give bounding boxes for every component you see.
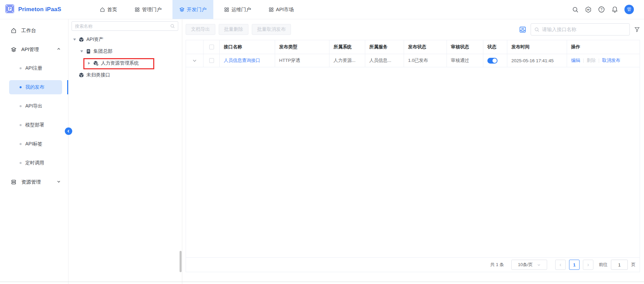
sidebar-item-my-publish[interactable]: 我的发布	[0, 78, 68, 97]
column-header-status: 状态	[483, 40, 507, 54]
cell-publish-type: HTTP穿透	[275, 54, 329, 67]
tree-node-hr-system[interactable]: 人力资源管理系统	[69, 57, 182, 69]
help-icon[interactable]: ?	[598, 6, 605, 13]
nav-item-dev-portal[interactable]: 开发门户	[172, 0, 213, 19]
sidebar-item-api-register[interactable]: API注册	[0, 59, 68, 78]
tree-search-box	[72, 21, 178, 31]
expand-chevron-down-icon[interactable]	[192, 58, 197, 63]
ai-assistant-icon[interactable]: AI	[585, 6, 592, 13]
action-separator	[599, 58, 599, 63]
api-asset-tree-panel: API资产 集团总部 人力资源管理系统 未归类接口	[69, 19, 182, 284]
cell-publish-time: 2025-05-16 17:41:45	[507, 54, 567, 67]
caret-down-icon[interactable]	[80, 50, 83, 52]
window-bottom-divider	[0, 282, 644, 282]
sidebar-item-resource-management[interactable]: 资源管理	[0, 172, 68, 191]
row-checkbox[interactable]	[209, 58, 214, 63]
tree-search-input[interactable]	[75, 24, 170, 29]
sidebar-item-model-deploy[interactable]: 模型部署	[0, 116, 68, 135]
cell-system: 人力资源...	[329, 54, 365, 67]
user-avatar[interactable]: 管	[624, 5, 634, 14]
table-row: 人员信息查询接口 HTTP穿透 人力资源... 人员信息... 1.0已发布 审…	[186, 54, 640, 67]
goto-page-input[interactable]	[611, 260, 628, 270]
nav-item-admin-portal[interactable]: 管理门户	[128, 0, 168, 19]
api-layers-icon	[11, 47, 17, 52]
chevron-down-icon	[57, 179, 61, 185]
top-navbar: P Primeton iPaaS 首页 管理门户 开发门户 运维门户 API市场	[0, 0, 644, 19]
bullet-dot-icon	[20, 162, 22, 164]
cell-audit-status: 审核通过	[447, 54, 483, 67]
nav-item-api-market[interactable]: API市场	[262, 0, 300, 19]
bullet-dot-icon	[20, 67, 22, 69]
toolbar: 文档导出 批量删除 批量取消发布	[186, 23, 640, 36]
tree-node-uncategorized[interactable]: 未归类接口	[69, 69, 182, 81]
grid-icon	[135, 7, 140, 12]
interface-name-link[interactable]: 人员信息查询接口	[224, 57, 260, 64]
status-toggle-on[interactable]	[487, 58, 498, 64]
sidebar-item-workbench[interactable]: 工作台	[0, 21, 68, 40]
tree-scrollbar-thumb[interactable]	[180, 251, 182, 272]
brand-name: Primeton iPaaS	[18, 6, 61, 13]
sidebar-item-api-tags[interactable]: API标签	[0, 135, 68, 153]
collapse-left-icon	[67, 129, 70, 133]
svg-text:?: ?	[600, 7, 602, 11]
action-separator	[583, 58, 584, 63]
sidebar-item-api-management[interactable]: API管理	[0, 40, 68, 59]
sidebar-item-api-export[interactable]: API导出	[0, 97, 68, 116]
table-empty-space	[186, 67, 640, 257]
sidebar: 工作台 API管理 API注册 我的发布 API导出 模型部署 API标签 定时…	[0, 19, 69, 284]
column-header-publish-time: 发布时间	[507, 40, 567, 54]
column-header-operations: 操作	[567, 40, 640, 54]
filter-icon[interactable]	[634, 27, 640, 32]
cube-icon	[79, 72, 84, 78]
next-page-button[interactable]: ›	[583, 260, 593, 270]
header-checkbox-cell	[204, 40, 220, 54]
goto-label: 前往	[599, 262, 608, 268]
cell-operations: 编辑 删除 取消发布	[567, 54, 640, 67]
page-size-select[interactable]: 10条/页	[511, 260, 547, 270]
tree-node-group-hq[interactable]: 集团总部	[69, 45, 182, 57]
table-header: 接口名称 发布类型 所属系统 所属服务 发布状态 审核状态 状态 发布时间 操作	[186, 40, 640, 54]
home-icon	[100, 7, 105, 12]
column-header-name: 接口名称	[220, 40, 275, 54]
document-icon	[86, 49, 91, 54]
delete-action-link[interactable]: 删除	[587, 57, 596, 64]
nav-item-home[interactable]: 首页	[93, 0, 124, 19]
header-expand-cell	[186, 40, 204, 54]
chevron-up-icon	[57, 47, 61, 52]
export-icon[interactable]	[519, 26, 526, 33]
brand: P Primeton iPaaS	[0, 4, 61, 15]
search-icon	[170, 24, 175, 28]
bullet-dot-icon	[20, 86, 22, 88]
prev-page-button[interactable]: ‹	[555, 260, 566, 270]
sidebar-collapse-button[interactable]	[65, 127, 72, 135]
unpublish-action-link[interactable]: 取消发布	[602, 57, 620, 64]
batch-delete-button[interactable]: 批量删除	[219, 24, 248, 35]
page-unit-label: 页	[631, 262, 636, 268]
caret-down-icon[interactable]	[73, 39, 76, 41]
tree: API资产 集团总部 人力资源管理系统 未归类接口	[69, 33, 182, 81]
sidebar-item-scheduled-call[interactable]: 定时调用	[0, 153, 68, 172]
doc-export-button[interactable]: 文档导出	[186, 24, 215, 35]
database-icon	[11, 179, 17, 185]
nav-item-ops-portal[interactable]: 运维门户	[217, 0, 258, 19]
search-icon	[534, 27, 539, 32]
column-header-service: 所属服务	[365, 40, 404, 54]
bell-icon[interactable]	[611, 6, 618, 13]
brand-logo-icon: P	[5, 4, 15, 15]
search-icon[interactable]	[572, 6, 579, 13]
tree-node-api-assets[interactable]: API资产	[69, 33, 182, 45]
total-count-label: 共 1 条	[490, 262, 504, 268]
batch-unpublish-button[interactable]: 批量取消发布	[252, 24, 291, 35]
column-header-system: 所属系统	[329, 40, 365, 54]
main-content: 文档导出 批量删除 批量取消发布 接口名称 发布类型 所属系统	[183, 19, 644, 284]
interface-search-input[interactable]	[542, 27, 626, 32]
bullet-dot-icon	[20, 143, 22, 145]
svg-text:AI: AI	[587, 8, 589, 11]
pagination: 共 1 条 10条/页 ‹ 1 › 前往 页	[186, 257, 640, 272]
current-page-button[interactable]: 1	[569, 260, 580, 270]
edit-action-link[interactable]: 编辑	[571, 57, 580, 64]
interface-search-box	[531, 23, 630, 36]
caret-right-icon[interactable]	[87, 62, 91, 65]
toolbar-right	[519, 23, 640, 36]
select-all-checkbox[interactable]	[209, 45, 214, 49]
